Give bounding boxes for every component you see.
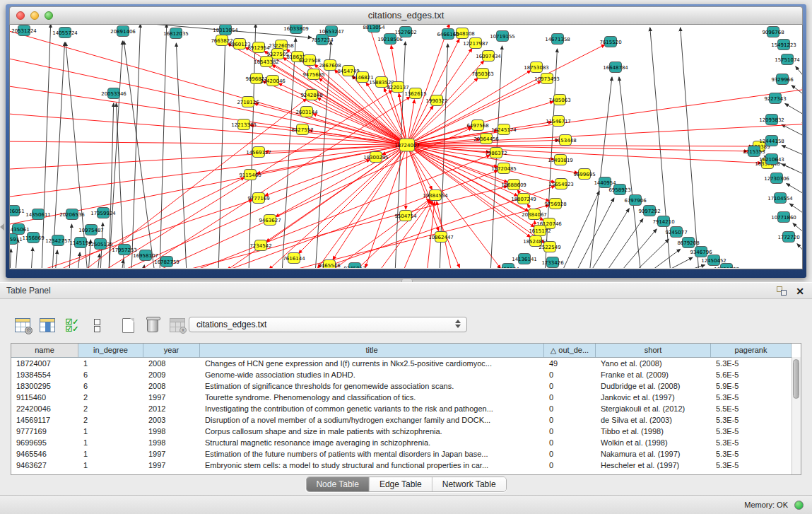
table-row[interactable]: 946554611997Estimation of the future num… xyxy=(11,448,801,460)
table-cell[interactable]: 5.3E-5 xyxy=(711,460,792,471)
black-edge[interactable] xyxy=(793,223,802,233)
column-header-name[interactable]: name xyxy=(11,344,78,357)
network-canvas-container[interactable]: 7663822886012389129542322605893275058186… xyxy=(9,25,803,269)
table-cell[interactable]: 2 xyxy=(78,392,143,403)
table-cell[interactable]: Stergiakouli et al. (2012) xyxy=(596,403,711,414)
black-edge[interactable] xyxy=(589,209,629,268)
table-cell[interactable]: 5.3E-5 xyxy=(711,448,792,460)
table-cell[interactable]: 5.3E-5 xyxy=(711,426,792,437)
table-cell[interactable]: Franke et al. (2009) xyxy=(596,369,711,380)
table-cell[interactable]: 1 xyxy=(78,358,143,369)
table-row[interactable]: 969969511998Structural magnetic resonanc… xyxy=(11,437,801,448)
red-edge[interactable] xyxy=(10,145,407,197)
table-row[interactable]: 946362711997Embryonic stem cells: a mode… xyxy=(11,460,801,471)
table-cell[interactable]: 2008 xyxy=(143,358,200,369)
table-cell[interactable]: 2012 xyxy=(143,403,200,414)
table-cell[interactable]: Embryonic stem cells: a model to study s… xyxy=(200,460,544,471)
table-cell[interactable]: Estimation of the future numbers of pati… xyxy=(200,448,544,460)
table-cell[interactable]: 22420046 xyxy=(11,403,78,414)
table-cell[interactable]: 2003 xyxy=(143,414,200,426)
column-header-short[interactable]: short xyxy=(596,344,711,357)
table-cell[interactable]: 1998 xyxy=(143,437,200,448)
table-cell[interactable]: Hescheler et al. (1997) xyxy=(596,460,711,471)
table-row[interactable]: 1938455462009Genome-wide association stu… xyxy=(11,369,801,380)
table-cell[interactable]: 0 xyxy=(544,448,596,460)
show-column-icon[interactable] xyxy=(37,315,57,335)
tab-node-table[interactable]: Node Table xyxy=(306,477,369,491)
black-edge[interactable] xyxy=(787,184,802,194)
table-cell[interactable]: Disruption of a novel member of a sodium… xyxy=(200,414,544,426)
table-cell[interactable]: 2009 xyxy=(143,369,200,380)
black-edge[interactable] xyxy=(160,25,167,268)
table-cell[interactable]: 0 xyxy=(544,369,596,380)
red-edge[interactable] xyxy=(172,186,507,268)
table-cell[interactable]: 0 xyxy=(544,426,596,437)
panel-collapse-arrow[interactable] xyxy=(0,223,4,230)
table-cell[interactable]: 5.9E-5 xyxy=(711,380,792,392)
table-row[interactable]: 911546021997Tourette syndrome. Phenomeno… xyxy=(11,392,801,403)
table-cell[interactable]: Structural magnetic resonance image aver… xyxy=(200,437,544,448)
table-cell[interactable]: 0 xyxy=(544,392,596,403)
table-cell[interactable]: 1998 xyxy=(143,426,200,437)
delete-table-icon[interactable] xyxy=(143,315,163,335)
table-cell[interactable]: 1 xyxy=(78,437,143,448)
table-cell[interactable]: 2008 xyxy=(143,380,200,392)
table-cell[interactable]: 1997 xyxy=(143,392,200,403)
red-edge[interactable] xyxy=(265,145,407,152)
red-edge[interactable] xyxy=(406,145,407,209)
black-edge[interactable] xyxy=(782,124,802,136)
table-cell[interactable]: 5.3E-5 xyxy=(711,414,792,426)
table-cell[interactable]: 14569117 xyxy=(11,414,78,426)
table-cell[interactable]: 5.3E-5 xyxy=(711,358,792,369)
table-cell[interactable]: Dudbridge et al. (2008) xyxy=(596,380,711,392)
close-panel-icon[interactable]: ✕ xyxy=(796,284,804,298)
black-edge[interactable] xyxy=(52,42,65,268)
network-table-select[interactable]: citations_edges.txt xyxy=(189,317,467,332)
red-edge[interactable] xyxy=(317,98,407,145)
black-edge[interactable] xyxy=(575,198,614,268)
column-header-year[interactable]: year xyxy=(143,344,200,357)
black-edge[interactable] xyxy=(561,191,599,268)
scrollbar-thumb[interactable] xyxy=(793,359,799,399)
table-cell[interactable]: 5.3E-5 xyxy=(711,437,792,448)
table-cell[interactable]: 0 xyxy=(544,403,596,414)
table-row[interactable]: 977716911998Corpus callosum shape and si… xyxy=(11,426,801,437)
table-cell[interactable]: 6 xyxy=(78,369,143,380)
table-cell[interactable]: 1997 xyxy=(143,448,200,460)
black-edge[interactable] xyxy=(661,257,693,268)
window-titlebar[interactable]: citations_edges.txt xyxy=(9,6,803,25)
black-edge[interactable] xyxy=(98,254,100,268)
tab-edge-table[interactable]: Edge Table xyxy=(369,477,432,491)
new-table-icon[interactable] xyxy=(118,315,138,335)
select-columns-icon[interactable]: ☑✓☑✓ xyxy=(62,315,82,335)
table-cell[interactable]: 5.6E-5 xyxy=(711,369,792,380)
table-cell[interactable]: 1 xyxy=(78,448,143,460)
table-cell[interactable]: 18724007 xyxy=(11,358,78,369)
table-cell[interactable]: Wolkin et al. (1998) xyxy=(596,437,711,448)
column-header-title[interactable]: title xyxy=(200,344,544,357)
black-edge[interactable] xyxy=(42,25,51,268)
black-edge[interactable] xyxy=(10,249,11,268)
black-edge[interactable] xyxy=(797,244,802,252)
table-cell[interactable]: 5.5E-5 xyxy=(711,403,792,414)
table-cell[interactable]: 6 xyxy=(78,380,143,392)
table-cell[interactable]: 2 xyxy=(78,403,143,414)
table-cell[interactable]: 9115460 xyxy=(11,392,78,403)
black-edge[interactable] xyxy=(789,204,802,214)
black-edge[interactable] xyxy=(796,66,802,78)
black-edge[interactable] xyxy=(785,104,802,115)
black-edge[interactable] xyxy=(782,164,802,175)
table-cell[interactable]: 0 xyxy=(544,460,596,471)
float-panel-icon[interactable] xyxy=(777,286,787,296)
table-cell[interactable]: 5.3E-5 xyxy=(711,392,792,403)
black-edge[interactable] xyxy=(782,146,802,156)
table-row[interactable]: 1830029562008Estimation of significance … xyxy=(11,380,801,392)
table-cell[interactable]: Changes of HCN gene expression and I(f) … xyxy=(200,358,544,369)
red-edge[interactable] xyxy=(10,30,407,145)
black-edge[interactable] xyxy=(176,43,187,268)
table-cell[interactable]: Yano et al. (2008) xyxy=(596,358,711,369)
table-cell[interactable]: 1997 xyxy=(143,460,200,471)
table-cell[interactable]: 0 xyxy=(544,414,596,426)
table-row[interactable]: 1872400712008Changes of HCN gene express… xyxy=(11,358,801,369)
black-edge[interactable] xyxy=(619,77,641,268)
